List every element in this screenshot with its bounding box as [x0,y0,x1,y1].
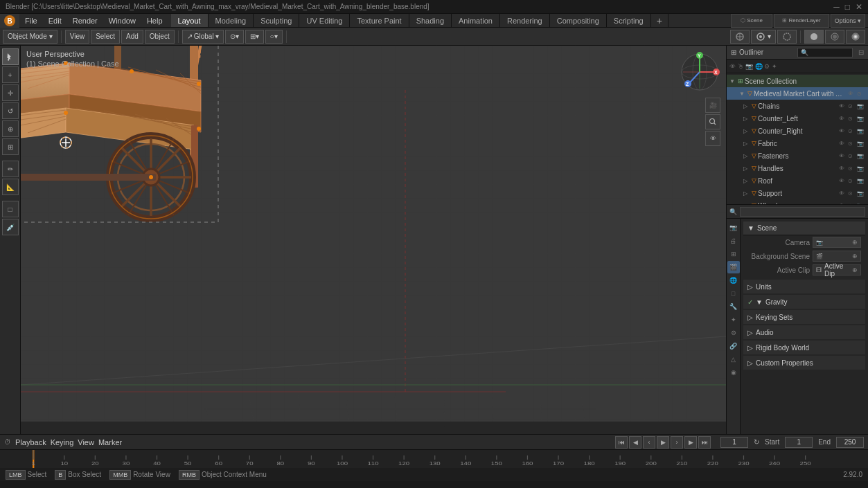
cart-select-icon[interactable]: ⊙ [857,91,865,97]
zoom-camera-btn[interactable]: 🎥 [705,98,720,113]
workspace-shading[interactable]: Shading [409,14,452,27]
cursor-tool[interactable]: + [2,66,19,83]
gravity-section[interactable]: ✓ ▼ Gravity [743,295,865,309]
custom-properties-section[interactable]: ▷ Custom Properties [743,356,865,370]
viewport-overlays-btn[interactable]: ▾ [751,30,776,44]
view-menu[interactable]: View [65,30,90,44]
menu-window[interactable]: Window [103,14,141,27]
menu-render[interactable]: Render [67,14,103,27]
scene-selector[interactable]: ⬡ Scene [731,14,772,28]
snap-btn[interactable]: ⊞▾ [245,30,264,44]
bg-scene-value[interactable]: 🎬 ⊕ [813,251,861,262]
fast-cursor[interactable]: ⊙ [848,153,856,159]
roof-cursor[interactable]: ⊙ [848,178,856,184]
outliner-item-fabric[interactable]: ▷ ▽ Fabric 👁 ⊙ 📷 [727,137,868,150]
cright-cursor[interactable]: ⊙ [848,128,856,134]
props-tab-viewlayer[interactable]: ⊞ [727,248,740,260]
support-render[interactable]: 📷 [857,190,865,197]
close-btn[interactable]: ✕ [856,2,862,12]
support-cursor[interactable]: ⊙ [848,190,856,197]
gravity-check[interactable]: ✓ [747,298,753,306]
workspace-layout[interactable]: Layout [171,14,209,27]
outliner-item-wheels[interactable]: ▷ ▽ Wheels 👁 ⊙ 📷 [727,199,868,204]
camera-value-field[interactable]: 📷 ⊕ [813,237,861,248]
props-tab-render[interactable]: 📷 [727,222,740,234]
chains-cursor[interactable]: ⊙ [848,103,856,109]
3d-viewport[interactable]: User Perspective (1) Scene Collection | … [21,46,726,434]
scene-section-header[interactable]: ▼ Scene [743,222,865,235]
filter-icon[interactable]: ⊟ [858,48,864,56]
workspace-rendering[interactable]: Rendering [500,14,550,27]
current-frame-input[interactable]: 1 [720,437,748,448]
rigid-body-section[interactable]: ▷ Rigid Body World [743,341,865,354]
properties-search-input[interactable] [740,207,865,217]
keying-sets-section[interactable]: ▷ Keying Sets [743,310,865,324]
props-tab-scene[interactable]: 🎬 [727,261,740,273]
walkthrough-btn[interactable]: 👁 [705,131,720,146]
active-clip-pick[interactable]: ⊕ [852,266,858,273]
chains-render[interactable]: 📷 [857,103,865,109]
jump-end-btn[interactable]: ⏭ [698,436,711,449]
support-eye[interactable]: 👁 [839,190,847,197]
eyedropper-tool[interactable]: 💉 [2,219,19,235]
rendered-shade-btn[interactable] [846,30,865,44]
props-tab-physics[interactable]: ⚙ [727,327,740,339]
cright-eye[interactable]: 👁 [839,128,847,134]
start-frame-input[interactable]: 1 [785,437,813,448]
transform-selector[interactable]: ↗ Global ▾ [182,30,224,44]
outliner-item-counter-left[interactable]: ▷ ▽ Counter_Left 👁 ⊙ 📷 [727,112,868,125]
solid-shade-btn[interactable] [804,30,824,44]
play-btn[interactable]: ▶ [657,436,669,449]
outliner-item-roof[interactable]: ▷ ▽ Roof 👁 ⊙ 📷 [727,174,868,187]
viewport-zoom-btn[interactable] [705,114,720,129]
fast-eye[interactable]: 👁 [839,153,847,159]
units-section[interactable]: ▷ Units [743,280,865,293]
keying-tab[interactable]: Keying [51,438,74,446]
transform-tool[interactable]: ⊞ [2,138,19,155]
handles-cursor[interactable]: ⊙ [848,165,856,172]
outliner-item-chains[interactable]: ▷ ▽ Chains 👁 ⊙ 📷 [727,100,868,112]
outliner-item-handles[interactable]: ▷ ▽ Handles 👁 ⊙ 📷 [727,162,868,174]
maximize-btn[interactable]: □ [845,2,850,12]
props-tab-world[interactable]: 🌐 [727,274,740,287]
cright-render[interactable]: 📷 [857,128,865,134]
workspace-sculpting[interactable]: Sculpting [254,14,299,27]
object-menu[interactable]: Object [145,30,175,44]
fabric-render[interactable]: 📷 [857,141,865,147]
props-tab-output[interactable]: 🖨 [727,235,740,247]
roof-eye[interactable]: 👁 [839,178,847,184]
select-tool[interactable] [2,48,19,65]
timeline-ruler[interactable]: 1 10 20 30 40 50 60 70 80 90 100 110 120 [0,450,868,468]
rotate-tool[interactable]: ↺ [2,102,19,119]
roof-render[interactable]: 📷 [857,178,865,184]
workspace-texture-paint[interactable]: Texture Paint [350,14,409,27]
pivot-btn[interactable]: ⊙▾ [225,30,244,44]
audio-section[interactable]: ▷ Audio [743,325,865,339]
proportional-btn[interactable]: ○▾ [265,30,283,44]
menu-file[interactable]: File [19,14,43,27]
cart-eye-icon[interactable]: 👁 [848,91,856,97]
add-cube-tool[interactable]: □ [2,201,19,217]
minimize-btn[interactable]: ─ [833,2,840,12]
outliner-item-support[interactable]: ▷ ▽ Support 👁 ⊙ 📷 [727,187,868,199]
workspace-animation[interactable]: Animation [452,14,500,27]
wheels-render[interactable]: 📷 [857,203,865,205]
annotate-tool[interactable]: ✏ [2,161,19,177]
outliner-item-fasteners[interactable]: ▷ ▽ Fasteners 👁 ⊙ 📷 [727,150,868,162]
playback-label[interactable]: Playback [15,438,46,446]
measure-tool[interactable]: 📐 [2,179,19,195]
select-menu[interactable]: Select [91,30,120,44]
add-workspace-btn[interactable]: + [651,14,668,27]
add-menu[interactable]: Add [121,30,143,44]
wheels-eye[interactable]: 👁 [839,203,847,205]
workspace-uv[interactable]: UV Editing [299,14,350,27]
material-shade-btn[interactable] [825,30,844,44]
prev-keyframe-btn[interactable]: ◀ [629,436,641,449]
chains-eye[interactable]: 👁 [839,103,847,109]
menu-help[interactable]: Help [141,14,168,27]
bg-scene-pick[interactable]: ⊕ [852,253,858,260]
outliner-scene-collection[interactable]: ▼ ⊞ Scene Collection [727,75,868,87]
props-tab-particles[interactable]: ✦ [727,314,740,326]
workspace-modeling[interactable]: Modeling [209,14,254,27]
frame-reset-icon[interactable]: ↻ [754,438,759,446]
